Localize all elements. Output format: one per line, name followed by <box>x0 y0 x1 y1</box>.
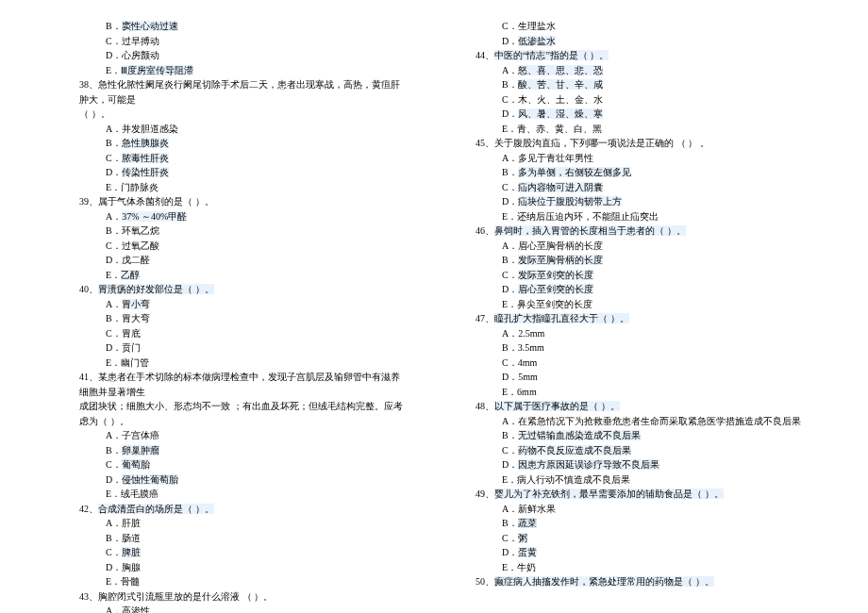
option-text: 青、赤、黄、白、黑 <box>517 124 602 134</box>
right-column: C．生理盐水 D．低渗盐水 44、中医的“情志”指的是（ ）。 A．怒、喜、思、… <box>462 19 802 613</box>
option-text: 低渗盐水 <box>518 36 556 46</box>
option-text: 怒、喜、思、悲、恐 <box>518 65 603 75</box>
option: D．眉心至剑突的长度 <box>502 282 802 297</box>
option-text: 新鲜水果 <box>518 504 556 514</box>
option-text: 卵巢肿瘤 <box>122 445 159 456</box>
option: B．酸、苦、甘、辛、咸 <box>502 77 802 92</box>
question-41: 41、某患者在手术切除的标本做病理检查中，发现子宫肌层及输卵管中有滋养细胞并显著… <box>79 370 406 399</box>
option-text: 脾脏 <box>122 547 141 557</box>
qnum: 45、 <box>476 138 494 148</box>
option: C．过早搏动 <box>106 34 406 49</box>
qtext: 以下属于医疗事故的是（ ）。 <box>494 401 620 411</box>
qnum: 49、 <box>476 489 494 499</box>
option-text: 高渗性 <box>122 605 150 613</box>
option-text: 眉心至胸骨柄的长度 <box>518 240 603 251</box>
option-text: 5mm <box>518 372 538 382</box>
question-38: 38、急性化脓性阑尾炎行阑尾切除手术后二天，患者出现寒战，高热，黄疸肝肿大，可能… <box>79 77 406 107</box>
qnum: 48、 <box>476 401 494 411</box>
option: D．胸腺 <box>106 560 406 575</box>
option: E．还纳后压迫内环，不能阻止疝突出 <box>502 209 802 224</box>
option: A．多见于青壮年男性 <box>502 151 802 166</box>
option-text: 侵蚀性葡萄胎 <box>122 474 178 485</box>
option: D．蛋黄 <box>502 545 802 560</box>
option: E．鼻尖至剑突的长度 <box>502 297 802 312</box>
option-text: 过早搏动 <box>122 36 159 46</box>
option-text: 发际至剑突的长度 <box>518 270 593 280</box>
option-text: 多为单侧，右侧较左侧多见 <box>518 167 631 177</box>
option: B．3.5mm <box>502 340 802 356</box>
option: D．贲门 <box>106 340 406 356</box>
option-text: 环氧乙烷 <box>122 225 159 236</box>
option: B．肠道 <box>106 531 406 546</box>
qnum: 39、 <box>79 196 98 207</box>
option: A．肝脏 <box>106 516 406 531</box>
option-text: 无过错输血感染造成不良后果 <box>518 430 641 440</box>
question-48: 48、以下属于医疗事故的是（ ）。 <box>476 399 802 414</box>
option-text: Ⅲ度房室传导阻滞 <box>121 65 193 75</box>
option-text: 疝内容物可进入阴囊 <box>518 182 603 192</box>
option-text: 子宫体癌 <box>122 430 159 440</box>
question-39: 39、属于气体杀菌剂的是（ ）。 <box>79 194 406 209</box>
option: D．心房颤动 <box>106 48 406 63</box>
option: E．幽门管 <box>106 356 406 371</box>
option: C．粥 <box>502 531 802 546</box>
qtext: 胸腔闭式引流瓶里放的是什么溶液 （ ）。 <box>98 591 273 602</box>
qtext: 急性化脓性阑尾炎行阑尾切除手术后二天，患者出现寒战，高热，黄疸肝肿大，可能是 <box>79 79 400 105</box>
option: D．低渗盐水 <box>502 34 802 49</box>
option-text: 2.5mm <box>518 328 544 339</box>
option-text: 4mm <box>518 357 538 368</box>
option-text: 酸、苦、甘、辛、咸 <box>518 79 603 90</box>
option-text: 葡萄胎 <box>122 459 150 470</box>
option-text: 贲门 <box>122 342 141 353</box>
question-47: 47、瞳孔扩大指瞳孔直径大于（ ）。 <box>476 311 802 326</box>
option: A．怒、喜、思、悲、恐 <box>502 63 802 78</box>
option: A．37% ～40%甲醛 <box>106 209 406 224</box>
option-text: 门静脉炎 <box>121 182 159 192</box>
qtext: 某患者在手术切除的标本做病理检查中，发现子宫肌层及输卵管中有滋养细胞并显著增生 <box>79 372 400 397</box>
option: B．卵巢肿瘤 <box>106 443 406 458</box>
option: A．子宫体癌 <box>106 428 406 443</box>
option: D．疝块位于腹股沟韧带上方 <box>502 194 802 209</box>
option-text: 药物不良反应造成不良后果 <box>518 445 631 456</box>
option: C．脓毒性肝炎 <box>106 151 406 166</box>
option: C．生理盐水 <box>502 19 802 34</box>
option-text: 胃大弯 <box>122 313 150 323</box>
option-text: 心房颤动 <box>122 50 159 60</box>
option: E．乙醇 <box>106 268 406 283</box>
option: A．2.5mm <box>502 326 802 341</box>
question-44: 44、中医的“情志”指的是（ ）。 <box>476 48 802 63</box>
option: C．4mm <box>502 356 802 371</box>
option-text: 传染性肝炎 <box>122 167 169 177</box>
option-text: 并发胆道感染 <box>122 124 178 134</box>
option: D．5mm <box>502 370 802 385</box>
option-text: 眉心至剑突的长度 <box>518 284 593 294</box>
page-columns: B．窦性心动过速 C．过早搏动 D．心房颤动 E．Ⅲ度房室传导阻滞 38、急性化… <box>0 0 868 613</box>
option: C．发际至剑突的长度 <box>502 268 802 283</box>
option-text: 肠道 <box>122 533 141 543</box>
option: E．牛奶 <box>502 560 802 575</box>
qtext: 瞳孔扩大指瞳孔直径大于（ ）。 <box>494 313 629 323</box>
option-text: 因患方原因延误诊疗导致不良后果 <box>518 459 659 470</box>
question-41-cont: 成团块状；细胞大小、形态均不一致 ；有出血及坏死；但绒毛结构完整。应考虑为（ ）… <box>79 399 406 428</box>
option: C．木、火、土、金、水 <box>502 92 802 108</box>
option: A．眉心至胸骨柄的长度 <box>502 239 802 254</box>
option-text: 蛋黄 <box>518 547 537 557</box>
option: C．过氧乙酸 <box>106 239 406 254</box>
question-42: 42、合成清蛋白的场所是（ ）。 <box>79 502 406 517</box>
question-40: 40、胃溃疡的好发部位是（ ）。 <box>79 282 406 297</box>
option-text: 在紧急情况下为抢救垂危患者生命而采取紧急医学措施造成不良后果 <box>518 416 801 426</box>
qtext: 鼻饲时，插入胃管的长度相当于患者的（ ）。 <box>494 225 686 236</box>
qnum: 43、 <box>79 591 98 602</box>
option: D．戊二醛 <box>106 253 406 268</box>
option-text: 骨髓 <box>121 576 140 587</box>
option: E．6mm <box>502 385 802 400</box>
qnum: 50、 <box>476 576 494 587</box>
option: B．环氧乙烷 <box>106 224 406 239</box>
option: C．胃底 <box>106 326 406 341</box>
option: E．骨髓 <box>106 574 406 589</box>
option: A．并发胆道感染 <box>106 122 406 137</box>
option-text: 风、暑、湿、燥、寒 <box>518 108 603 119</box>
option-text: 3.5mm <box>518 342 544 353</box>
qnum: 41、 <box>79 372 98 382</box>
qnum: 47、 <box>476 313 494 323</box>
